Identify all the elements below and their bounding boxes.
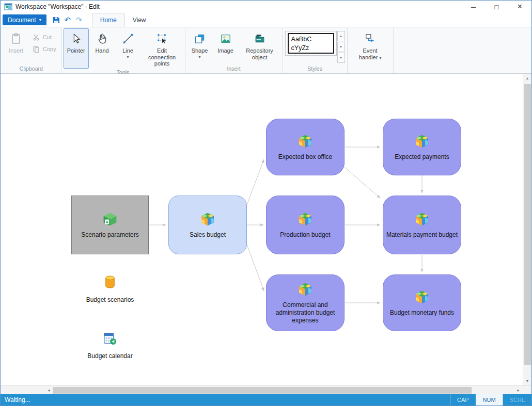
diagram-node-materials-payment-budget[interactable]: Materials payment budget bbox=[383, 196, 461, 254]
statusbar: Waiting... CAP NUM SCRL bbox=[1, 394, 531, 405]
cube-icon bbox=[414, 134, 430, 149]
line-icon bbox=[121, 31, 135, 46]
group-label-styles: Styles bbox=[285, 65, 345, 73]
group-styles: AaBbC cYyZz ▲ ▼ ▼ Styles bbox=[283, 28, 348, 73]
scissors-icon bbox=[32, 33, 40, 41]
diagram-node-expected-box-office[interactable]: Expected box office bbox=[266, 119, 345, 175]
node-label: Production budget bbox=[280, 231, 330, 239]
diagram-item-budget-calendar[interactable]: Budget calendar bbox=[71, 331, 149, 360]
event-handler-label: Event handler ▾ bbox=[353, 47, 387, 60]
main-area: AScenario parametersSales budgetExpected… bbox=[1, 74, 531, 394]
repository-icon bbox=[253, 31, 267, 46]
node-label: Scenario parameters bbox=[81, 231, 138, 239]
maximize-button[interactable]: □ bbox=[485, 1, 508, 13]
scroll-left-arrow[interactable]: ◄ bbox=[44, 386, 53, 394]
cube-icon bbox=[414, 289, 430, 305]
copy-icon bbox=[32, 45, 40, 53]
shape-icon bbox=[193, 31, 207, 46]
redo-icon[interactable]: ↷ bbox=[73, 14, 85, 26]
chevron-down-icon: ▾ bbox=[379, 56, 381, 60]
cube-icon bbox=[298, 212, 313, 227]
status-message: Waiting... bbox=[1, 394, 30, 405]
calendar-icon bbox=[103, 331, 117, 346]
undo-icon[interactable]: ↶ bbox=[62, 14, 73, 26]
caps-lock-indicator: CAP bbox=[450, 394, 476, 405]
diagram-item-budget-scenarios[interactable]: Budget scenarios bbox=[71, 275, 149, 303]
scenario-cube-icon: A bbox=[102, 212, 118, 227]
node-label: Expected payments bbox=[395, 153, 449, 161]
minimize-button[interactable]: ─ bbox=[462, 1, 485, 13]
event-handler-button[interactable]: Event handler ▾ bbox=[350, 28, 391, 71]
cube-icon bbox=[414, 212, 430, 227]
chevron-down-icon: ▾ bbox=[199, 55, 201, 59]
diagram-node-production-budget[interactable]: Production budget bbox=[266, 196, 345, 254]
gallery-scroll-up[interactable]: ▲ bbox=[337, 31, 345, 41]
titlebar: Workspace "Workspace" - Edit ─ □ × bbox=[1, 1, 531, 13]
node-label: Expected box office bbox=[278, 153, 333, 161]
image-icon bbox=[218, 31, 233, 46]
diagram-node-sales-budget[interactable]: Sales budget bbox=[168, 196, 247, 254]
hand-icon bbox=[95, 31, 109, 46]
ribbon-tabs: Home View bbox=[92, 13, 154, 27]
database-icon bbox=[104, 275, 116, 289]
style-preview-item[interactable]: AaBbC cYyZz bbox=[288, 33, 334, 54]
document-menu-button[interactable]: Document ▾ bbox=[3, 14, 46, 25]
horizontal-scroll-thumb[interactable] bbox=[53, 387, 472, 394]
pointer-tool-button[interactable]: Pointer bbox=[64, 28, 89, 69]
node-label: Budget scenarios bbox=[86, 296, 134, 303]
scroll-right-arrow[interactable]: ► bbox=[514, 386, 523, 394]
diagram-node-expected-payments[interactable]: Expected payments bbox=[383, 119, 461, 175]
repository-object-button[interactable]: Repository object bbox=[239, 28, 280, 65]
chevron-down-icon: ▾ bbox=[39, 18, 41, 22]
chevron-down-icon: ▾ bbox=[127, 55, 129, 59]
diagram-node-commercial-admin-expenses[interactable]: Commercial and administration budget exp… bbox=[266, 274, 345, 331]
copy-button[interactable]: Copy bbox=[29, 44, 59, 53]
cube-icon bbox=[298, 282, 313, 297]
tab-view[interactable]: View bbox=[125, 13, 154, 27]
ribbon: Insert Cut Copy bbox=[1, 27, 531, 74]
app-icon bbox=[4, 3, 12, 11]
vertical-scroll-thumb[interactable] bbox=[524, 84, 531, 365]
edit-connection-points-button[interactable]: Edit connection points bbox=[142, 28, 183, 69]
app-window: Workspace "Workspace" - Edit ─ □ × Docum… bbox=[0, 0, 532, 406]
close-button[interactable]: × bbox=[508, 1, 531, 13]
gallery-scroll-down[interactable]: ▼ bbox=[337, 42, 345, 52]
cut-button[interactable]: Cut bbox=[29, 33, 59, 41]
hand-tool-button[interactable]: Hand bbox=[90, 28, 115, 69]
connection-points-icon bbox=[155, 31, 169, 46]
group-label-clipboard: Clipboard bbox=[4, 65, 59, 73]
save-icon[interactable] bbox=[51, 14, 62, 26]
num-lock-indicator: NUM bbox=[476, 394, 503, 405]
image-button[interactable]: Image bbox=[213, 28, 238, 65]
scroll-up-arrow[interactable]: ▲ bbox=[523, 74, 531, 83]
shape-button[interactable]: Shape ▾ bbox=[187, 28, 212, 65]
node-label: Commercial and administration budget exp… bbox=[269, 301, 341, 324]
pointer-icon bbox=[69, 31, 83, 46]
horizontal-scrollbar[interactable]: ◄ ► bbox=[1, 385, 531, 394]
svg-text:A: A bbox=[106, 220, 108, 223]
node-label: Budget calendar bbox=[87, 352, 132, 360]
node-label: Budget monetary funds bbox=[390, 309, 454, 317]
node-label: Sales budget bbox=[190, 231, 226, 239]
scroll-lock-indicator: SCRL bbox=[503, 394, 531, 405]
event-handler-icon bbox=[363, 31, 378, 46]
vertical-scrollbar[interactable]: ▲ ▼ bbox=[523, 74, 531, 385]
scroll-down-arrow[interactable]: ▼ bbox=[523, 377, 531, 385]
line-tool-button[interactable]: Line ▾ bbox=[116, 28, 140, 69]
diagram-node-scenario-parameters[interactable]: AScenario parameters bbox=[71, 196, 149, 254]
tab-home[interactable]: Home bbox=[92, 13, 125, 27]
group-insert: Shape ▾ Image Repository object Insert bbox=[185, 28, 283, 73]
styles-gallery: AaBbC cYyZz ▲ ▼ ▼ bbox=[285, 28, 345, 65]
group-event-handler: Event handler ▾ bbox=[348, 28, 394, 73]
clipboard-icon bbox=[9, 31, 23, 46]
window-controls: ─ □ × bbox=[462, 1, 531, 13]
window-title: Workspace "Workspace" - Edit bbox=[15, 3, 100, 10]
diagram-canvas[interactable]: AScenario parametersSales budgetExpected… bbox=[1, 74, 523, 385]
insert-clipboard-button[interactable]: Insert bbox=[4, 28, 28, 65]
group-clipboard: Insert Cut Copy bbox=[2, 28, 61, 73]
group-label-insert: Insert bbox=[187, 65, 280, 73]
diagram-node-budget-monetary-funds[interactable]: Budget monetary funds bbox=[383, 274, 461, 331]
group-tools: Pointer Hand Line ▾ bbox=[61, 28, 185, 73]
cube-icon bbox=[200, 212, 215, 227]
gallery-more-button[interactable]: ▼ bbox=[337, 53, 345, 63]
